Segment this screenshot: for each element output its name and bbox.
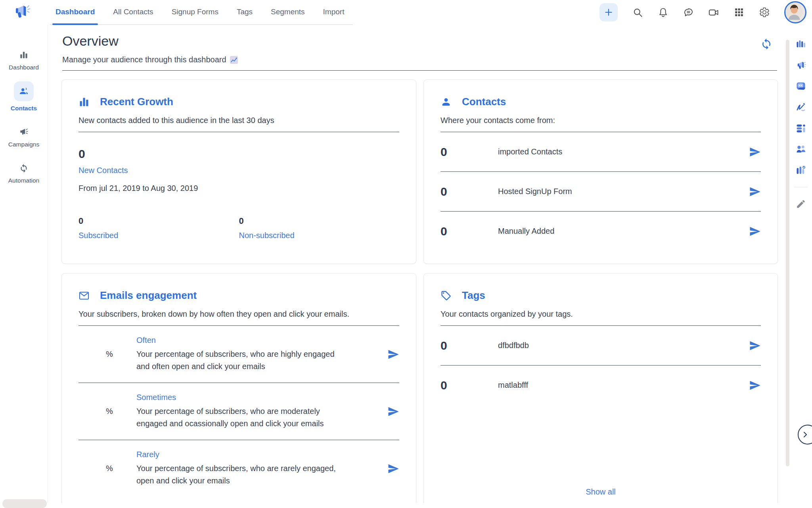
- tag-label: dfbdfbdb: [498, 341, 529, 350]
- tab-import[interactable]: Import: [323, 0, 345, 24]
- left-sidebar: Dashboard Contacts Campaigns: [0, 25, 48, 508]
- engagement-sometimes-link[interactable]: Sometimes: [136, 393, 343, 402]
- send-arrow-button[interactable]: [749, 186, 761, 198]
- plus-icon: [603, 7, 614, 17]
- chat-button[interactable]: [683, 7, 694, 18]
- send-arrow-button[interactable]: [749, 340, 761, 352]
- engagement-description: Your percentage of subscribers, who are …: [136, 462, 343, 487]
- tag-label: matlabfff: [498, 381, 528, 390]
- page-title: Overview: [62, 33, 777, 49]
- engagement-description: Your percentage of subscribers, who are …: [136, 348, 343, 373]
- bar-chart-icon: [18, 49, 29, 60]
- gear-icon: [759, 7, 770, 18]
- refresh-icon: [760, 38, 772, 50]
- emails-engagement-card: Emails engagement Your subscribers, brok…: [61, 273, 416, 508]
- contacts-row-hosted-signup: 0 Hosted SignUp Form: [440, 172, 761, 211]
- send-arrow-button[interactable]: [387, 463, 399, 475]
- rail-surveys-icon[interactable]: [795, 122, 807, 134]
- card-title: Recent Growth: [100, 96, 173, 108]
- row-label: Hosted SignUp Form: [498, 187, 572, 196]
- card-divider: [79, 132, 399, 132]
- card-subtitle: New contacts added to this audience in t…: [79, 116, 399, 125]
- create-new-button[interactable]: [599, 3, 618, 21]
- tab-all-contacts[interactable]: All Contacts: [113, 0, 153, 24]
- card-title: Tags: [462, 289, 485, 302]
- bottom-strip: [0, 503, 812, 508]
- vertical-scrollbar[interactable]: [786, 40, 789, 466]
- card-subtitle: Your subscribers, broken down by how oft…: [79, 310, 399, 319]
- engagement-description: Your percentage of subscribers, who are …: [136, 405, 343, 430]
- sidebar-item-contacts[interactable]: Contacts: [11, 81, 37, 112]
- card-subtitle: Your contacts organized by your tags.: [440, 310, 761, 319]
- engagement-row-often: % Often Your percentage of subscribers, …: [79, 326, 399, 383]
- rail-chat-icon[interactable]: [795, 80, 807, 92]
- notifications-button[interactable]: [657, 7, 668, 18]
- subscribed-stat: 0 Subscribed: [79, 216, 239, 240]
- page-subtitle: Manage your audience through this dashbo…: [62, 55, 777, 64]
- sidebar-item-campaigns[interactable]: Campaigns: [8, 126, 39, 148]
- sidebar-label-campaigns: Campaigns: [8, 141, 39, 148]
- rail-polls-icon[interactable]: [795, 164, 807, 176]
- tab-tags[interactable]: Tags: [237, 0, 253, 24]
- settings-button[interactable]: [759, 7, 770, 18]
- new-contacts-link[interactable]: New Contacts: [79, 166, 399, 175]
- mail-icon: [79, 290, 90, 301]
- search-button[interactable]: [632, 7, 643, 18]
- show-all-link[interactable]: Show all: [424, 487, 778, 496]
- percent-value: %: [102, 407, 117, 416]
- rail-campaigns-icon[interactable]: [795, 59, 807, 71]
- sidebar-item-automation[interactable]: Automation: [8, 162, 39, 184]
- tag-count: 0: [440, 379, 456, 392]
- sync-icon: [18, 162, 29, 173]
- tab-signup-forms[interactable]: Signup Forms: [172, 0, 218, 24]
- tab-segments[interactable]: Segments: [271, 0, 305, 24]
- rail-analytics-icon[interactable]: [795, 38, 807, 50]
- tag-icon: [440, 290, 452, 301]
- chevron-right-icon: [801, 430, 810, 439]
- card-title: Contacts: [462, 96, 506, 108]
- tab-dashboard[interactable]: Dashboard: [56, 0, 95, 24]
- send-arrow-button[interactable]: [749, 146, 761, 158]
- page-subtitle-text: Manage your audience through this dashbo…: [62, 55, 226, 64]
- engagement-often-link[interactable]: Often: [136, 336, 343, 345]
- engagement-rarely-link[interactable]: Rarely: [136, 450, 343, 459]
- rail-signature-icon[interactable]: [795, 101, 807, 113]
- top-nav-tabs: Dashboard All Contacts Signup Forms Tags…: [50, 0, 353, 25]
- contacts-row-imported: 0 imported Contacts: [440, 132, 761, 171]
- refresh-button[interactable]: [760, 38, 772, 50]
- page-header: Overview Manage your audience through th…: [48, 25, 786, 71]
- non-subscribed-count: 0: [239, 216, 244, 226]
- send-arrow-button[interactable]: [387, 406, 399, 418]
- date-range: From jul 21, 2019 to Aug 30, 2019: [79, 184, 399, 193]
- bar-chart-icon: [79, 96, 90, 108]
- send-arrow-button[interactable]: [749, 225, 761, 237]
- user-avatar[interactable]: [784, 1, 806, 23]
- percent-value: %: [102, 350, 117, 359]
- avatar-photo: [785, 2, 803, 20]
- engagement-row-sometimes: % Sometimes Your percentage of subscribe…: [79, 383, 399, 440]
- row-count: 0: [440, 185, 456, 198]
- send-arrow-button[interactable]: [749, 379, 761, 391]
- video-button[interactable]: [708, 7, 719, 18]
- rail-edit-icon[interactable]: [795, 198, 807, 210]
- send-arrow-button[interactable]: [387, 348, 399, 360]
- megaphone-logo[interactable]: [10, 1, 33, 24]
- engagement-row-rarely: % Rarely Your percentage of subscribers,…: [79, 440, 399, 497]
- megaphone-icon: [18, 126, 29, 137]
- subscribed-link[interactable]: Subscribed: [79, 231, 239, 240]
- non-subscribed-link[interactable]: Non-subscribed: [239, 231, 400, 240]
- rail-contacts-icon[interactable]: [795, 143, 807, 155]
- row-count: 0: [440, 145, 456, 159]
- tag-count: 0: [440, 339, 456, 352]
- chart-increasing-emoji: [230, 56, 238, 64]
- new-contacts-count: 0: [79, 147, 399, 161]
- megaphone-logo-icon: [11, 2, 31, 22]
- apps-button[interactable]: [733, 7, 745, 18]
- horizontal-scrollbar[interactable]: [2, 499, 47, 508]
- row-label: imported Contacts: [498, 147, 562, 156]
- person-icon: [440, 96, 452, 108]
- tag-row: 0 matlabfff: [440, 366, 761, 405]
- apps-grid-icon: [734, 7, 744, 17]
- people-icon: [18, 86, 29, 97]
- sidebar-item-dashboard[interactable]: Dashboard: [9, 49, 39, 71]
